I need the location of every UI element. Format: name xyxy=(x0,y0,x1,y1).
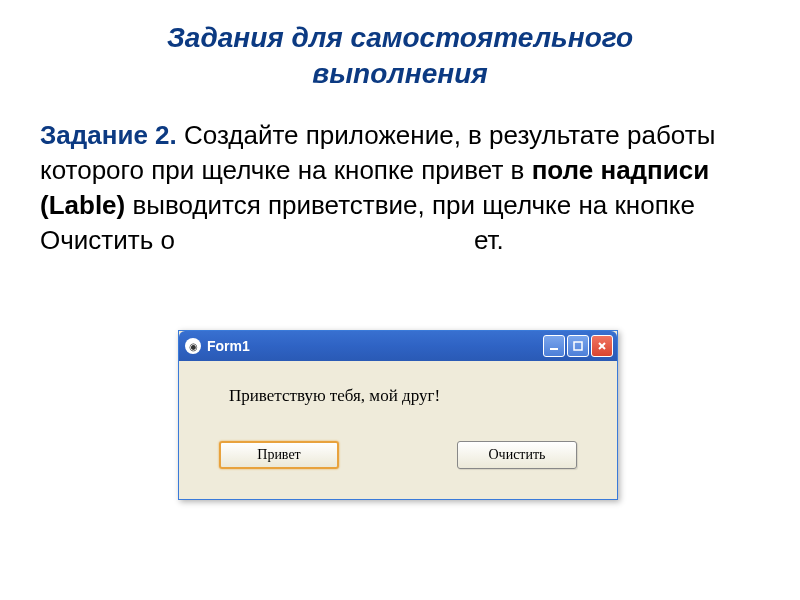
button-row: Привет Очистить xyxy=(209,441,587,469)
form1-window: ◉ Form1 Приветствую тебя, мой друг! Прив… xyxy=(178,330,618,500)
minimize-icon xyxy=(548,340,560,352)
maximize-icon xyxy=(572,340,584,352)
task-text-part3: ет. xyxy=(474,225,504,255)
window-controls xyxy=(543,335,613,357)
task-number-label: Задание 2. xyxy=(40,120,177,150)
app-icon: ◉ xyxy=(185,338,201,354)
titlebar[interactable]: ◉ Form1 xyxy=(179,331,617,361)
close-icon xyxy=(596,340,608,352)
svg-rect-0 xyxy=(550,348,558,350)
page-title: Задания для самостоятельного выполнения xyxy=(30,20,770,93)
close-button[interactable] xyxy=(591,335,613,357)
greeting-label: Приветствую тебя, мой друг! xyxy=(229,386,587,406)
svg-rect-1 xyxy=(574,342,582,350)
maximize-button[interactable] xyxy=(567,335,589,357)
task-text-part2: выводится приветствие, при щелчке на кно… xyxy=(40,190,695,255)
window-title: Form1 xyxy=(207,338,543,354)
task-description: Задание 2. Создайте приложение, в резуль… xyxy=(30,118,770,258)
hello-button[interactable]: Привет xyxy=(219,441,339,469)
clear-button[interactable]: Очистить xyxy=(457,441,577,469)
minimize-button[interactable] xyxy=(543,335,565,357)
window-content: Приветствую тебя, мой друг! Привет Очист… xyxy=(179,361,617,499)
